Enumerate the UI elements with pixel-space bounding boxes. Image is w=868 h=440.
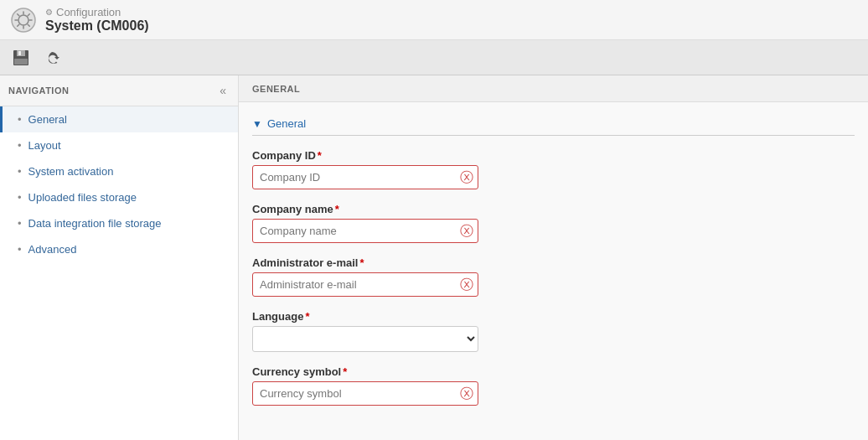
- company-name-input-wrapper: ⓧ: [252, 219, 478, 243]
- section-toggle: ▼ General: [252, 112, 855, 136]
- app-header: ⚙ Configuration System (CM006): [0, 0, 868, 40]
- required-star-4: *: [343, 365, 347, 378]
- admin-email-input-wrapper: ⓧ: [252, 272, 478, 297]
- language-label: Language*: [252, 310, 855, 323]
- language-field: Language*: [252, 310, 855, 352]
- admin-email-clear-button[interactable]: ⓧ: [460, 278, 473, 292]
- company-name-input[interactable]: [252, 219, 478, 243]
- required-star-1: *: [335, 203, 339, 215]
- sidebar-header: NAVIGATION «: [0, 75, 238, 106]
- content-section-label: GENERAL: [252, 84, 300, 94]
- sidebar-item-uploaded-files[interactable]: Uploaded files storage: [0, 184, 238, 210]
- company-id-label: Company ID*: [252, 149, 855, 162]
- required-star-2: *: [359, 256, 364, 269]
- currency-symbol-label: Currency symbol*: [252, 365, 855, 378]
- company-name-field: Company name* ⓧ: [252, 203, 855, 243]
- company-name-clear-button[interactable]: ⓧ: [460, 225, 473, 238]
- navigation-label: NAVIGATION: [8, 85, 69, 96]
- refresh-icon: [44, 49, 60, 66]
- sidebar-item-layout[interactable]: Layout: [0, 132, 238, 158]
- currency-symbol-input-wrapper: ⓧ: [252, 381, 478, 406]
- company-id-clear-button[interactable]: ⓧ: [460, 171, 473, 184]
- currency-symbol-input[interactable]: [252, 381, 478, 406]
- currency-symbol-field: Currency symbol* ⓧ: [252, 365, 855, 406]
- sidebar-item-data-integration[interactable]: Data integration file storage: [0, 210, 238, 236]
- nav-list: General Layout System activation Uploade…: [0, 106, 238, 262]
- content-body: ▼ General Company ID* ⓧ Company name*: [239, 102, 868, 429]
- content-header: GENERAL: [239, 75, 868, 102]
- required-star-3: *: [305, 310, 309, 323]
- language-select[interactable]: [252, 326, 478, 352]
- svg-rect-3: [18, 51, 21, 55]
- configuration-label: ⚙ Configuration: [45, 6, 149, 18]
- admin-email-label: Administrator e-mail*: [252, 256, 855, 269]
- company-id-input-wrapper: ⓧ: [252, 165, 478, 189]
- required-star-0: *: [318, 149, 322, 162]
- save-icon: [12, 49, 30, 67]
- sidebar: NAVIGATION « General Layout System activ…: [0, 75, 239, 440]
- admin-email-input[interactable]: [252, 272, 478, 297]
- main-layout: NAVIGATION « General Layout System activ…: [0, 75, 868, 440]
- toolbar: [0, 40, 868, 75]
- admin-email-field: Administrator e-mail* ⓧ: [252, 256, 855, 297]
- section-arrow[interactable]: ▼: [252, 118, 262, 130]
- sidebar-item-advanced[interactable]: Advanced: [0, 236, 238, 262]
- refresh-button[interactable]: [40, 46, 64, 70]
- currency-symbol-clear-button[interactable]: ⓧ: [460, 387, 473, 401]
- company-id-field: Company ID* ⓧ: [252, 149, 855, 189]
- company-id-input[interactable]: [252, 165, 478, 189]
- section-title[interactable]: General: [267, 117, 306, 130]
- svg-rect-4: [14, 59, 28, 65]
- gear-icon: [10, 7, 37, 34]
- header-title-block: ⚙ Configuration System (CM006): [45, 6, 149, 34]
- save-button[interactable]: [8, 45, 34, 70]
- sidebar-item-system-activation[interactable]: System activation: [0, 158, 238, 184]
- page-title: System (CM006): [45, 18, 149, 34]
- content-area: GENERAL ▼ General Company ID* ⓧ: [239, 75, 868, 440]
- company-name-label: Company name*: [252, 203, 855, 215]
- sidebar-collapse-button[interactable]: «: [216, 82, 230, 99]
- sidebar-item-general[interactable]: General: [0, 106, 238, 132]
